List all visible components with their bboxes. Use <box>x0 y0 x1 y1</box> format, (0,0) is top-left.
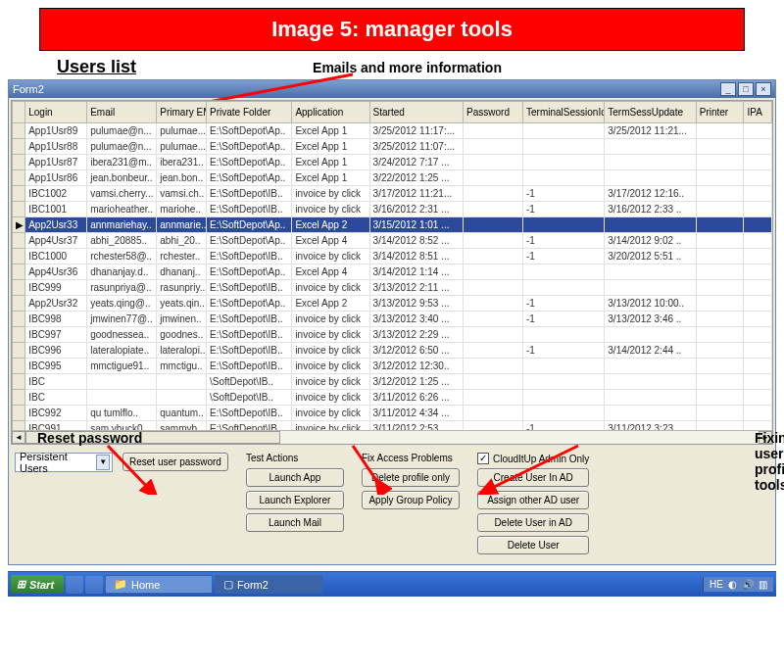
table-cell: invoice by click <box>292 186 369 202</box>
launch-mail-button[interactable]: Launch Mail <box>246 513 344 532</box>
table-cell <box>464 390 523 406</box>
table-row[interactable]: IBC1000rchester58@..rchester..E:\SoftDep… <box>13 249 772 264</box>
table-cell <box>523 390 605 406</box>
assign-ad-user-button[interactable]: Assign other AD user <box>477 491 589 509</box>
table-cell: annmariehay.. <box>87 217 157 233</box>
column-header[interactable]: Login <box>25 102 87 123</box>
table-cell: E:\SoftDepot\Ap.. <box>207 139 292 155</box>
column-header[interactable]: Application <box>292 102 369 123</box>
table-row[interactable]: App1Usr88pulumae@n...pulumae...E:\SoftDe… <box>13 139 772 155</box>
scroll-left-arrow[interactable]: ◄ <box>12 431 25 444</box>
table-cell <box>605 280 696 296</box>
quicklaunch-icon[interactable] <box>85 576 103 594</box>
table-cell <box>464 202 523 217</box>
table-cell: Excel App 1 <box>292 170 369 186</box>
window-title: Form2 <box>13 83 44 95</box>
create-user-ad-button[interactable]: Create User In AD <box>477 468 589 487</box>
titlebar: Form2 _ □ × <box>9 80 775 98</box>
chevron-down-icon[interactable]: ▼ <box>96 455 110 470</box>
system-tray[interactable]: HE ◐ 🔊 ▥ <box>703 577 773 592</box>
table-cell: 3/13/2012 3:40 ... <box>369 312 463 327</box>
taskbar-item-form2[interactable]: ▢ Form2 <box>215 575 322 594</box>
folder-icon: 📁 <box>114 578 127 591</box>
admin-group: ✓ CloudItUp Admin Only Create User In AD… <box>477 453 589 554</box>
table-row[interactable]: App4Usr36dhananjay.d..dhananj..E:\SoftDe… <box>13 264 772 280</box>
column-header[interactable]: Printer <box>696 102 744 123</box>
admin-checkbox[interactable]: ✓ <box>477 453 489 464</box>
table-row[interactable]: IBC997goodnessea..goodnes..E:\SoftDepot\… <box>13 327 772 343</box>
admin-label: CloudItUp Admin Only <box>493 454 589 464</box>
test-actions-group: Test Actions Launch App Launch Explorer … <box>246 453 344 532</box>
table-row[interactable]: IBC1002vamsi.cherry...vamsi.ch..E:\SoftD… <box>13 186 772 202</box>
table-cell: pulumae... <box>157 139 207 155</box>
table-cell: -1 <box>523 186 605 202</box>
language-indicator[interactable]: HE <box>710 579 723 590</box>
table-cell <box>696 359 744 374</box>
table-row[interactable]: App1Usr87ibera231@m..ibera231..E:\SoftDe… <box>13 155 772 170</box>
table-row[interactable]: App2Usr32yeats.qing@..yeats.qin..E:\Soft… <box>13 296 772 312</box>
column-header[interactable]: Email <box>87 102 157 123</box>
user-filter-combo[interactable]: Persistent Users ▼ <box>15 453 113 472</box>
table-row[interactable]: IBC995mmctigue91..mmctigu..E:\SoftDepot\… <box>13 359 772 374</box>
table-row[interactable]: IBC992qu tumlflo..quantum..E:\SoftDepot\… <box>13 406 772 421</box>
table-cell: 3/22/2012 1:25 ... <box>369 170 463 186</box>
table-row[interactable]: App1Usr86jean.bonbeur..jean.bon..E:\Soft… <box>13 170 772 186</box>
table-cell: ibera231@m.. <box>87 155 157 170</box>
close-button[interactable]: × <box>756 82 771 96</box>
combo-value: Persistent Users <box>20 451 96 474</box>
table-cell: rchester.. <box>157 249 207 264</box>
column-header[interactable]: Primary EMail <box>157 102 207 123</box>
minimize-button[interactable]: _ <box>720 82 736 96</box>
start-button[interactable]: ⊞ Start <box>11 575 64 594</box>
table-row[interactable]: IBC999rasunpriya@..rasunpriy..E:\SoftDep… <box>13 280 772 296</box>
apply-group-policy-button[interactable]: Apply Group Policy <box>362 491 460 509</box>
reset-password-button[interactable]: Reset user password <box>122 453 228 471</box>
table-cell: 3/25/2012 11:21... <box>605 123 696 139</box>
users-grid[interactable]: LoginEmailPrimary EMailPrivate FolderApp… <box>11 100 773 445</box>
table-cell: 3/13/2012 2:29 ... <box>369 327 463 343</box>
table-cell: 3/16/2012 2:33 .. <box>605 202 696 217</box>
table-cell <box>464 155 523 170</box>
table-cell <box>157 374 207 390</box>
launch-app-button[interactable]: Launch App <box>246 468 344 487</box>
table-row[interactable]: IBC1001marioheather..mariohe..E:\SoftDep… <box>13 202 772 217</box>
delete-user-ad-button[interactable]: Delete User in AD <box>477 513 589 532</box>
table-cell: qu tumlflo.. <box>87 406 157 421</box>
column-header[interactable]: Password <box>464 102 523 123</box>
taskbar-item-home[interactable]: 📁 Home <box>105 575 213 594</box>
table-cell: App2Usr33 <box>25 217 87 233</box>
table-cell: Excel App 2 <box>292 296 369 312</box>
table-row[interactable]: ▶App2Usr33annmariehay..annmarie..E:\Soft… <box>13 217 772 233</box>
table-cell <box>696 123 744 139</box>
column-header[interactable]: TermSessUpdate <box>605 102 696 123</box>
delete-user-button[interactable]: Delete User <box>477 536 589 554</box>
column-header[interactable]: TerminalSessionId <box>523 102 605 123</box>
table-row[interactable]: IBC998jmwinen77@..jmwinen..E:\SoftDepot\… <box>13 312 772 327</box>
table-cell: -1 <box>523 249 605 264</box>
table-row[interactable]: IBC\SoftDepot\IB..invoice by click3/12/2… <box>13 374 772 390</box>
table-row[interactable]: IBC\SoftDepot\IB..invoice by click3/11/2… <box>13 390 772 406</box>
table-cell <box>523 280 605 296</box>
table-cell: IBC1000 <box>25 249 87 264</box>
maximize-button[interactable]: □ <box>738 82 754 96</box>
column-header[interactable]: Started <box>369 102 463 123</box>
delete-profile-button[interactable]: Delete profile only <box>362 468 460 487</box>
table-cell: vamsi.cherry... <box>87 186 157 202</box>
tray-icon[interactable]: 🔊 <box>742 579 754 590</box>
column-header[interactable]: IPA <box>744 102 772 123</box>
table-cell <box>605 406 696 421</box>
table-cell: invoice by click <box>292 249 369 264</box>
launch-explorer-button[interactable]: Launch Explorer <box>246 491 344 509</box>
tray-icon[interactable]: ▥ <box>759 579 767 590</box>
table-cell: jmwinen.. <box>157 312 207 327</box>
column-header[interactable]: Private Folder <box>207 102 292 123</box>
table-row[interactable]: App4Usr37abhi_20885..abhi_20..E:\SoftDep… <box>13 233 772 249</box>
table-cell <box>696 155 744 170</box>
table-cell: IBC <box>25 390 87 406</box>
quicklaunch-icon[interactable] <box>66 576 83 594</box>
table-row[interactable]: IBC996lateralopiate..lateralopi..E:\Soft… <box>13 343 772 359</box>
table-cell: abhi_20.. <box>157 233 207 249</box>
tray-icon[interactable]: ◐ <box>728 579 737 590</box>
table-row[interactable]: App1Usr89pulumae@n...pulumae...E:\SoftDe… <box>13 123 772 139</box>
table-cell: IBC992 <box>25 406 87 421</box>
